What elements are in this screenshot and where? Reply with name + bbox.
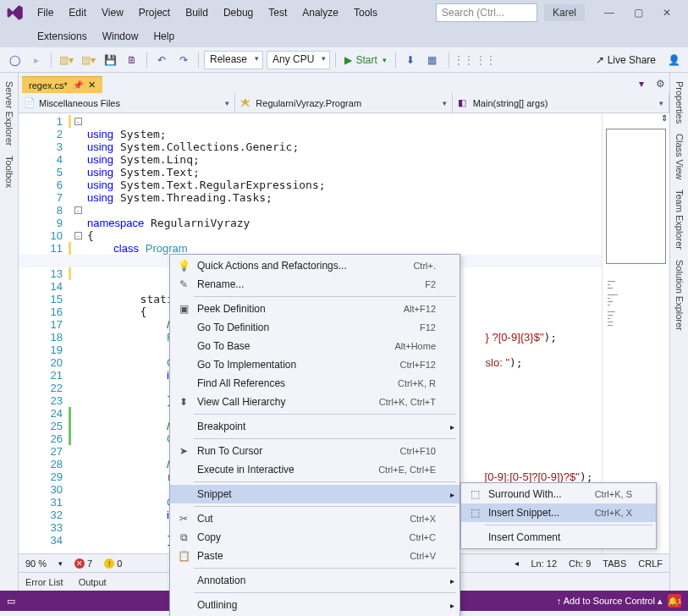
ctx-outlining[interactable]: Outlining▸ [170,596,460,614]
ctx-label: Surround With... [488,488,578,500]
title-bar: File Edit View Project Build Debug Test … [0,0,688,25]
ctx-insert-snippet[interactable]: ⬚Insert Snippet...Ctrl+K, X [461,503,656,522]
menu-analyze[interactable]: Analyze [295,3,345,22]
nav-fwd-icon[interactable]: ▸ [27,51,46,69]
menu-test[interactable]: Test [261,3,294,22]
tab-gear-icon[interactable]: ⚙ [651,74,669,93]
ctx-shortcut: Ctrl+C [410,532,436,542]
ctx-label: Annotation [197,575,436,586]
platform-dropdown[interactable]: Any CPU [267,51,330,69]
ctx-go-to-implementation[interactable]: Go To ImplementationCtrl+F12 [170,355,460,374]
error-list-tab[interactable]: Error List [25,577,63,587]
ctx-go-to-base[interactable]: Go To BaseAlt+Home [170,337,460,355]
menu-extensions[interactable]: Extensions [30,27,94,46]
output-tab[interactable]: Output [79,577,107,587]
ctx-copy[interactable]: ⧉CopyCtrl+C [170,528,460,547]
ctx-snippet[interactable]: Snippet▸ [170,485,460,503]
ctx-view-call-hierarchy[interactable]: ⬍View Call HierarchyCtrl+K, Ctrl+T [170,393,460,411]
ctx-peek-definition[interactable]: ▣Peek DefinitionAlt+F12 [170,300,460,318]
tab-dropdown-icon[interactable]: ▾ [632,74,651,93]
start-button[interactable]: ▶Start▾ [341,52,389,68]
menu-help[interactable]: Help [146,27,181,46]
source-control[interactable]: ↑ Add to Source Control ▴ [557,596,663,607]
search-input[interactable]: Search (Ctrl... [436,3,537,22]
account-icon[interactable]: 👤 [664,51,683,69]
blank-icon [466,531,483,544]
save-all-icon[interactable]: 🗎 [123,51,141,69]
tasks-icon[interactable]: ▭ [7,596,15,607]
close-button[interactable]: ✕ [652,3,681,23]
ctx-breakpoint[interactable]: Breakpoint▸ [170,417,460,436]
dotted-icon2[interactable]: ⋮⋮ [476,51,495,69]
live-share-button[interactable]: ↗Live Share [591,52,661,68]
ctx-rename[interactable]: ✎Rename...F2 [170,275,460,294]
ctx-execute-in-interactive[interactable]: Execute in InteractiveCtrl+E, Ctrl+E [170,460,460,479]
menu-view[interactable]: View [95,3,130,22]
ctx-shortcut: Alt+Home [394,341,436,351]
menu-project[interactable]: Project [132,3,177,22]
warning-count[interactable]: !0 [104,558,122,569]
nav-project[interactable]: 📄Miscellaneous Files [19,93,235,113]
user-badge[interactable]: Karel [544,4,585,21]
ctx-shortcut: Ctrl+K, Ctrl+T [379,397,436,407]
dotted-icon1[interactable]: ⋮⋮ [454,51,473,69]
config-dropdown[interactable]: Release [204,51,263,69]
fold-icon[interactable]: - [74,206,82,214]
error-count[interactable]: ✕7 [74,558,92,569]
solution-explorer-tab[interactable]: Solution Explorer [673,255,686,336]
menu-build[interactable]: Build [179,3,215,22]
pin-icon[interactable]: 📌 [73,80,83,90]
browser-icon[interactable]: ▦ [423,51,442,69]
fold-icon[interactable]: - [74,232,82,239]
tabs-indicator[interactable]: TABS [603,558,626,569]
nav-back-icon[interactable]: ◯ [5,51,24,69]
ctx-surround-with[interactable]: ⬚Surround With...Ctrl+K, S [461,485,656,503]
maximize-button[interactable]: ▢ [624,3,652,23]
ctx-run-to-cursor[interactable]: ➤Run To CursorCtrl+F10 [170,442,460,460]
ctx-label: Outlining [197,599,436,611]
step-icon[interactable]: ⬇ [401,51,420,69]
ctx-paste[interactable]: 📋PasteCtrl+V [170,547,460,565]
ctx-shortcut: Ctrl+F12 [400,360,437,370]
snippet-submenu: ⬚Surround With...Ctrl+K, S⬚Insert Snippe… [460,482,657,549]
ctx-find-all-references[interactable]: Find All ReferencesCtrl+K, R [170,374,460,393]
ctx-label: View Call Hierarchy [197,396,362,408]
server-explorer-tab[interactable]: Server Explorer [3,76,16,151]
ctx-label: Go To Definition [197,322,403,333]
blank-icon [175,358,192,371]
blank-icon [175,463,192,476]
open-icon[interactable]: ▤▾ [79,51,97,69]
zoom-level[interactable]: 90 % [25,558,47,569]
menu-window[interactable]: Window [96,27,146,46]
menu-tools[interactable]: Tools [347,3,384,22]
properties-tab[interactable]: Properties [673,76,686,129]
crlf-indicator[interactable]: CRLF [638,558,663,569]
toolbox-tab[interactable]: Toolbox [3,151,16,193]
ctx-quick-actions-and-refactorings[interactable]: 💡Quick Actions and Refactorings...Ctrl+. [170,256,460,275]
team-explorer-tab[interactable]: Team Explorer [673,184,686,255]
menu-edit[interactable]: Edit [62,3,93,22]
ctx-insert-comment[interactable]: Insert Comment [461,528,656,547]
ctx-cut[interactable]: ✂CutCtrl+X [170,509,460,528]
redo-icon[interactable]: ↷ [174,51,193,69]
file-tabs: regex.cs* 📌 ✕ ▾ ⚙ [19,73,669,93]
save-icon[interactable]: 💾 [101,51,119,69]
ctx-go-to-definition[interactable]: Go To DefinitionF12 [170,318,460,337]
ctx-label: Insert Comment [488,531,632,543]
ctx-shortcut: Ctrl+V [410,551,436,561]
class-view-tab[interactable]: Class View [673,129,686,184]
nav-method[interactable]: ◧Main(string[] args) [453,93,669,113]
new-icon[interactable]: ▧▾ [57,51,75,69]
menu-file[interactable]: File [30,3,60,22]
ctx-annotation[interactable]: Annotation▸ [170,571,460,590]
fold-icon[interactable]: - [74,118,82,125]
menu-debug[interactable]: Debug [217,3,260,22]
notifications-icon[interactable]: 🔔1 [668,594,681,608]
ctx-label: Go To Implementation [197,359,383,371]
close-tab-icon[interactable]: ✕ [88,80,96,91]
minimize-button[interactable]: — [595,3,624,23]
file-tab-regex[interactable]: regex.cs* 📌 ✕ [22,76,102,93]
undo-icon[interactable]: ↶ [152,51,171,69]
nav-class[interactable]: 🟊RegularniVyrazy.Program [235,93,452,113]
submenu-arrow-icon: ▸ [450,601,454,610]
